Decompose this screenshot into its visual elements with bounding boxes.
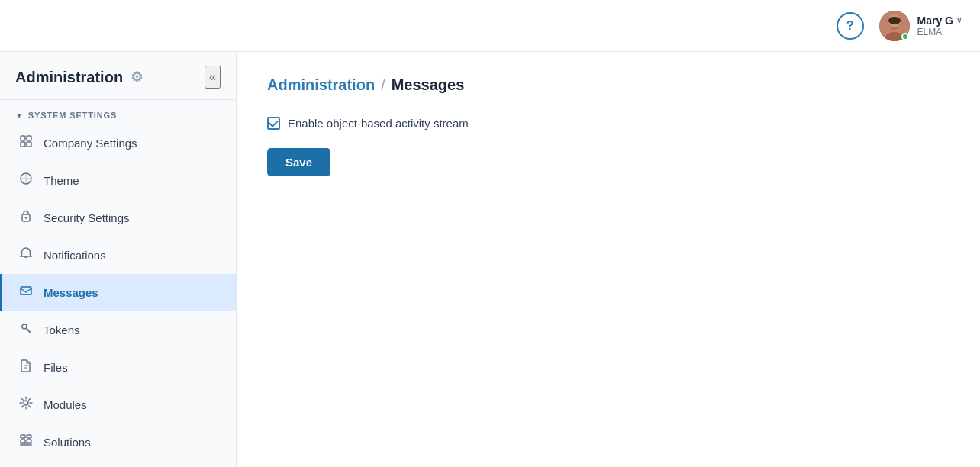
save-button[interactable]: Save <box>267 148 330 176</box>
svg-rect-16 <box>27 435 31 438</box>
sidebar-title: Administration ⚙ <box>15 69 143 86</box>
svg-rect-15 <box>21 435 25 438</box>
breadcrumb-administration-link[interactable]: Administration <box>267 76 375 94</box>
sidebar-item-label: Solutions <box>44 436 91 449</box>
user-chevron-icon: ∨ <box>956 16 962 24</box>
sidebar-item-email-settings[interactable]: Email Settings <box>0 461 236 467</box>
sidebar-item-solutions[interactable]: Solutions <box>0 424 236 461</box>
notifications-icon <box>18 246 34 264</box>
svg-point-11 <box>25 217 27 218</box>
sidebar-item-label: Tokens <box>44 324 80 337</box>
top-header: ? Mary G ∨ ELMA <box>0 0 980 52</box>
section-header-system-settings: ▼ SYSTEM SETTINGS <box>0 100 236 124</box>
sidebar-item-label: Modules <box>44 398 87 411</box>
modules-icon <box>18 396 34 414</box>
user-info: Mary G ∨ ELMA <box>917 14 962 37</box>
sidebar-scroll: ▼ SYSTEM SETTINGS Company Settings <box>0 100 236 467</box>
sidebar-item-company-settings[interactable]: Company Settings <box>0 124 236 162</box>
sidebar-item-modules[interactable]: Modules <box>0 386 236 424</box>
svg-point-14 <box>24 401 28 405</box>
online-indicator <box>901 33 909 40</box>
settings-gear-icon: ⚙ <box>131 69 143 85</box>
sidebar-item-theme[interactable]: Theme <box>0 162 236 199</box>
user-org: ELMA <box>917 27 962 37</box>
help-icon: ? <box>846 19 854 33</box>
activity-stream-checkbox-row: Enable object-based activity stream <box>267 117 949 130</box>
sidebar-item-label: Security Settings <box>44 211 130 224</box>
main-content: Administration / Messages Enable object-… <box>237 52 980 467</box>
activity-stream-label: Enable object-based activity stream <box>288 117 469 130</box>
svg-rect-8 <box>27 142 31 147</box>
svg-rect-17 <box>21 440 25 443</box>
sidebar-item-label: Notifications <box>44 249 106 262</box>
help-button[interactable]: ? <box>837 12 864 40</box>
sidebar: Administration ⚙ « ▼ SYSTEM SETTINGS <box>0 52 237 467</box>
svg-point-4 <box>888 17 901 24</box>
breadcrumb-separator: / <box>381 76 385 94</box>
sidebar-item-label: Messages <box>44 286 98 299</box>
breadcrumb-current-page: Messages <box>392 76 465 94</box>
company-settings-icon <box>18 134 34 152</box>
section-arrow-icon: ▼ <box>15 111 24 120</box>
user-menu[interactable]: Mary G ∨ ELMA <box>879 11 962 41</box>
svg-rect-12 <box>21 287 31 295</box>
solutions-icon <box>18 433 34 451</box>
sidebar-item-messages[interactable]: Messages <box>0 274 236 311</box>
sidebar-item-security-settings[interactable]: Security Settings <box>0 199 236 237</box>
sidebar-item-label: Theme <box>44 174 79 187</box>
sidebar-item-tokens[interactable]: Tokens <box>0 311 236 349</box>
svg-rect-7 <box>21 142 25 147</box>
collapse-sidebar-button[interactable]: « <box>205 66 221 89</box>
activity-stream-checkbox[interactable] <box>267 117 280 130</box>
main-layout: Administration ⚙ « ▼ SYSTEM SETTINGS <box>0 52 980 467</box>
svg-rect-19 <box>21 444 31 446</box>
svg-rect-6 <box>27 136 31 140</box>
breadcrumb: Administration / Messages <box>267 76 949 94</box>
theme-icon <box>18 172 34 189</box>
user-display-name: Mary G ∨ <box>917 14 962 27</box>
security-settings-icon <box>18 209 34 227</box>
tokens-icon <box>18 321 34 339</box>
sidebar-title-area: Administration ⚙ « <box>0 52 236 100</box>
svg-rect-18 <box>27 440 31 443</box>
svg-point-13 <box>22 324 27 329</box>
messages-icon <box>18 284 34 301</box>
svg-rect-5 <box>21 136 25 140</box>
sidebar-item-notifications[interactable]: Notifications <box>0 237 236 274</box>
sidebar-item-label: Files <box>44 361 68 374</box>
sidebar-item-files[interactable]: Files <box>0 349 236 386</box>
avatar-wrap <box>879 11 910 41</box>
sidebar-item-label: Company Settings <box>44 137 137 150</box>
files-icon <box>18 359 34 376</box>
